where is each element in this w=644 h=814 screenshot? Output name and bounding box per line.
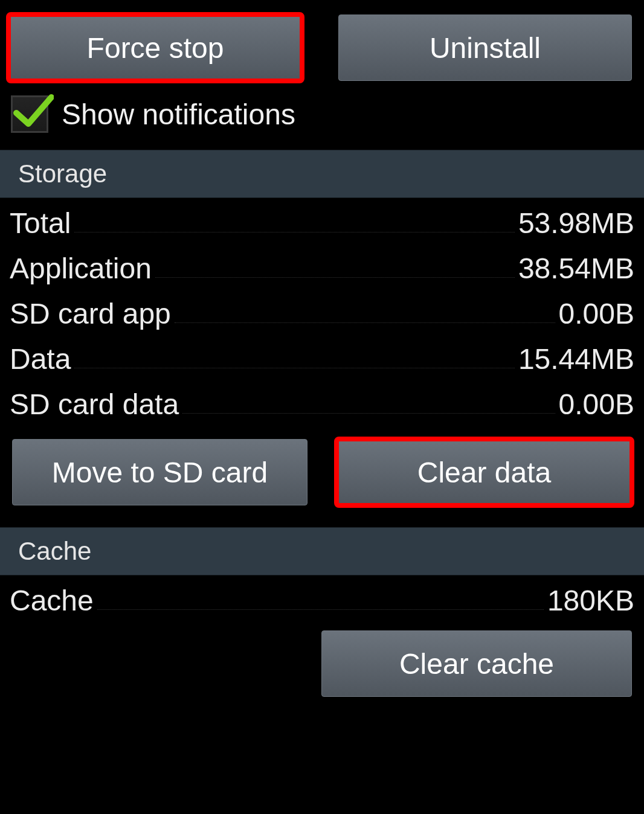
dotted-fill [155,277,515,278]
clear-cache-button[interactable]: Clear cache [321,630,632,697]
cache-section-header: Cache [0,527,644,575]
dotted-fill [74,232,514,232]
storage-sdcard-app-label: SD card app [10,297,171,330]
show-notifications-row[interactable]: Show notifications [0,95,644,150]
cache-list: Cache 180KB [0,575,644,621]
storage-data-value: 15.44MB [518,342,634,376]
dotted-fill [182,413,555,414]
cache-value: 180KB [547,584,634,617]
checkmark-icon [11,91,54,133]
storage-list: Total 53.98MB Application 38.54MB SD car… [0,198,644,425]
dotted-fill [97,609,544,610]
storage-row-application: Application 38.54MB [0,243,644,289]
force-stop-label: Force stop [87,31,224,65]
storage-sdcard-app-value: 0.00B [559,297,634,330]
storage-row-sdcard-data: SD card data 0.00B [0,379,644,425]
storage-header-label: Storage [18,159,107,188]
top-button-row: Force stop Uninstall [0,0,644,95]
storage-sdcard-data-value: 0.00B [559,388,634,421]
storage-total-label: Total [10,207,71,240]
clear-data-button[interactable]: Clear data [336,439,632,505]
cache-row: Cache 180KB [0,575,644,621]
storage-button-row: Move to SD card Clear data [0,425,644,527]
cache-button-row: Clear cache [0,621,644,697]
storage-data-label: Data [10,342,71,376]
dotted-fill [74,368,514,368]
show-notifications-label: Show notifications [62,98,295,131]
storage-section-header: Storage [0,150,644,198]
force-stop-button[interactable]: Force stop [8,14,302,81]
storage-application-value: 38.54MB [518,252,634,285]
clear-cache-label: Clear cache [399,647,554,681]
storage-row-total: Total 53.98MB [0,198,644,243]
storage-row-data: Data 15.44MB [0,334,644,379]
move-to-sd-label: Move to SD card [52,456,268,489]
clear-data-label: Clear data [417,456,551,489]
cache-label: Cache [10,584,94,617]
storage-total-value: 53.98MB [518,207,634,240]
move-to-sd-button[interactable]: Move to SD card [12,439,308,505]
dotted-fill [175,322,555,323]
uninstall-button[interactable]: Uninstall [338,14,632,81]
storage-row-sdcard-app: SD card app 0.00B [0,289,644,334]
storage-application-label: Application [10,252,152,285]
cache-header-label: Cache [18,537,91,566]
storage-sdcard-data-label: SD card data [10,388,179,421]
show-notifications-checkbox[interactable] [11,95,48,133]
uninstall-label: Uninstall [430,31,541,65]
spacer [12,630,321,697]
